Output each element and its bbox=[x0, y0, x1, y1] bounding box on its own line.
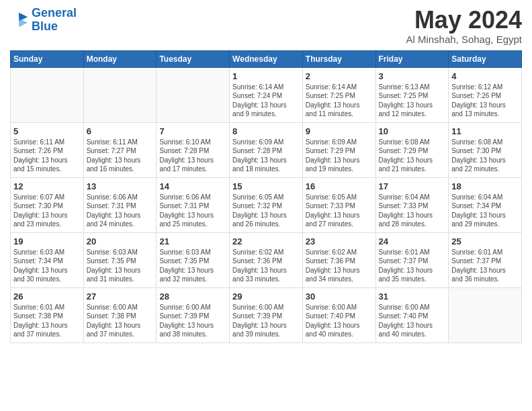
day-number-1-2: 7 bbox=[159, 126, 226, 136]
cell-2-5: 17Sunrise: 6:04 AMSunset: 7:33 PMDayligh… bbox=[375, 177, 449, 232]
cell-4-0: 26Sunrise: 6:01 AMSunset: 7:38 PMDayligh… bbox=[11, 287, 84, 342]
day-number-3-2: 21 bbox=[159, 236, 226, 246]
day-info-2-4: Sunrise: 6:05 AMSunset: 7:33 PMDaylight:… bbox=[306, 193, 373, 229]
cell-4-2: 28Sunrise: 6:00 AMSunset: 7:39 PMDayligh… bbox=[157, 287, 230, 342]
cell-3-1: 20Sunrise: 6:03 AMSunset: 7:35 PMDayligh… bbox=[83, 232, 157, 287]
calendar-header: Sunday Monday Tuesday Wednesday Thursday… bbox=[11, 50, 522, 67]
day-info-4-3: Sunrise: 6:00 AMSunset: 7:39 PMDaylight:… bbox=[232, 303, 300, 339]
day-info-0-4: Sunrise: 6:14 AMSunset: 7:25 PMDaylight:… bbox=[306, 83, 373, 119]
header-friday: Friday bbox=[375, 50, 449, 67]
cell-1-6: 11Sunrise: 6:08 AMSunset: 7:30 PMDayligh… bbox=[449, 122, 522, 177]
day-info-0-5: Sunrise: 6:13 AMSunset: 7:25 PMDaylight:… bbox=[379, 83, 446, 119]
day-info-2-5: Sunrise: 6:04 AMSunset: 7:33 PMDaylight:… bbox=[379, 193, 446, 229]
day-number-3-3: 22 bbox=[232, 236, 300, 246]
day-info-4-0: Sunrise: 6:01 AMSunset: 7:38 PMDaylight:… bbox=[13, 303, 81, 339]
week-row-1: 5Sunrise: 6:11 AMSunset: 7:26 PMDaylight… bbox=[11, 122, 522, 177]
cell-1-2: 7Sunrise: 6:10 AMSunset: 7:28 PMDaylight… bbox=[157, 122, 230, 177]
day-number-2-1: 13 bbox=[87, 181, 154, 191]
logo: General Blue bbox=[10, 7, 77, 34]
day-info-3-3: Sunrise: 6:02 AMSunset: 7:36 PMDaylight:… bbox=[232, 248, 300, 284]
day-info-2-2: Sunrise: 6:06 AMSunset: 7:31 PMDaylight:… bbox=[159, 193, 226, 229]
cell-0-1 bbox=[83, 67, 157, 122]
cell-1-4: 9Sunrise: 6:09 AMSunset: 7:29 PMDaylight… bbox=[302, 122, 375, 177]
day-info-2-6: Sunrise: 6:04 AMSunset: 7:34 PMDaylight:… bbox=[451, 193, 519, 229]
cell-3-3: 22Sunrise: 6:02 AMSunset: 7:36 PMDayligh… bbox=[230, 232, 303, 287]
cell-4-6 bbox=[449, 287, 522, 342]
day-info-3-1: Sunrise: 6:03 AMSunset: 7:35 PMDaylight:… bbox=[87, 248, 154, 284]
cell-0-6: 4Sunrise: 6:12 AMSunset: 7:26 PMDaylight… bbox=[449, 67, 522, 122]
header-monday: Monday bbox=[83, 50, 157, 67]
week-row-0: 1Sunrise: 6:14 AMSunset: 7:24 PMDaylight… bbox=[11, 67, 522, 122]
cell-3-0: 19Sunrise: 6:03 AMSunset: 7:34 PMDayligh… bbox=[11, 232, 84, 287]
day-number-1-0: 5 bbox=[13, 126, 81, 136]
day-number-2-3: 15 bbox=[232, 181, 300, 191]
day-number-2-0: 12 bbox=[13, 181, 81, 191]
day-info-2-0: Sunrise: 6:07 AMSunset: 7:30 PMDaylight:… bbox=[13, 193, 81, 229]
day-info-2-1: Sunrise: 6:06 AMSunset: 7:31 PMDaylight:… bbox=[87, 193, 154, 229]
day-info-2-3: Sunrise: 6:05 AMSunset: 7:32 PMDaylight:… bbox=[232, 193, 300, 229]
day-number-2-4: 16 bbox=[306, 181, 373, 191]
cell-1-1: 6Sunrise: 6:11 AMSunset: 7:27 PMDaylight… bbox=[83, 122, 157, 177]
day-info-3-6: Sunrise: 6:01 AMSunset: 7:37 PMDaylight:… bbox=[451, 248, 519, 284]
day-number-4-0: 26 bbox=[13, 291, 81, 302]
week-row-3: 19Sunrise: 6:03 AMSunset: 7:34 PMDayligh… bbox=[11, 232, 522, 287]
cell-2-4: 16Sunrise: 6:05 AMSunset: 7:33 PMDayligh… bbox=[302, 177, 375, 232]
day-number-1-4: 9 bbox=[306, 126, 373, 136]
page: General Blue May 2024 Al Minshah, Sohag,… bbox=[0, 0, 532, 350]
cell-1-0: 5Sunrise: 6:11 AMSunset: 7:26 PMDaylight… bbox=[11, 122, 84, 177]
day-number-3-1: 20 bbox=[87, 236, 154, 246]
day-number-0-6: 4 bbox=[451, 71, 519, 81]
day-number-4-3: 29 bbox=[232, 291, 300, 302]
day-info-4-1: Sunrise: 6:00 AMSunset: 7:38 PMDaylight:… bbox=[87, 303, 154, 339]
day-info-3-0: Sunrise: 6:03 AMSunset: 7:34 PMDaylight:… bbox=[13, 248, 81, 284]
cell-4-5: 31Sunrise: 6:00 AMSunset: 7:40 PMDayligh… bbox=[375, 287, 449, 342]
cell-0-5: 3Sunrise: 6:13 AMSunset: 7:25 PMDaylight… bbox=[375, 67, 449, 122]
day-info-1-3: Sunrise: 6:09 AMSunset: 7:28 PMDaylight:… bbox=[232, 138, 300, 174]
cell-2-3: 15Sunrise: 6:05 AMSunset: 7:32 PMDayligh… bbox=[230, 177, 303, 232]
day-info-3-5: Sunrise: 6:01 AMSunset: 7:37 PMDaylight:… bbox=[379, 248, 446, 284]
calendar-table: Sunday Monday Tuesday Wednesday Thursday… bbox=[10, 50, 522, 343]
calendar-body: 1Sunrise: 6:14 AMSunset: 7:24 PMDaylight… bbox=[11, 67, 522, 342]
cell-1-5: 10Sunrise: 6:08 AMSunset: 7:29 PMDayligh… bbox=[375, 122, 449, 177]
header-sunday: Sunday bbox=[11, 50, 84, 67]
cell-1-3: 8Sunrise: 6:09 AMSunset: 7:28 PMDaylight… bbox=[230, 122, 303, 177]
day-number-1-5: 10 bbox=[379, 126, 446, 136]
logo-icon bbox=[10, 11, 29, 30]
cell-3-2: 21Sunrise: 6:03 AMSunset: 7:35 PMDayligh… bbox=[157, 232, 230, 287]
day-number-1-3: 8 bbox=[232, 126, 300, 136]
cell-4-1: 27Sunrise: 6:00 AMSunset: 7:38 PMDayligh… bbox=[83, 287, 157, 342]
day-number-3-4: 23 bbox=[306, 236, 373, 246]
day-number-2-2: 14 bbox=[159, 181, 226, 191]
day-info-1-0: Sunrise: 6:11 AMSunset: 7:26 PMDaylight:… bbox=[13, 138, 81, 174]
day-number-3-5: 24 bbox=[379, 236, 446, 246]
header-row: Sunday Monday Tuesday Wednesday Thursday… bbox=[11, 50, 522, 67]
day-number-4-5: 31 bbox=[379, 291, 446, 302]
day-info-4-4: Sunrise: 6:00 AMSunset: 7:40 PMDaylight:… bbox=[306, 303, 373, 339]
cell-2-6: 18Sunrise: 6:04 AMSunset: 7:34 PMDayligh… bbox=[449, 177, 522, 232]
day-number-4-2: 28 bbox=[159, 291, 226, 302]
cell-2-1: 13Sunrise: 6:06 AMSunset: 7:31 PMDayligh… bbox=[83, 177, 157, 232]
cell-4-3: 29Sunrise: 6:00 AMSunset: 7:39 PMDayligh… bbox=[230, 287, 303, 342]
day-info-1-1: Sunrise: 6:11 AMSunset: 7:27 PMDaylight:… bbox=[87, 138, 154, 174]
day-info-4-2: Sunrise: 6:00 AMSunset: 7:39 PMDaylight:… bbox=[159, 303, 226, 339]
header-thursday: Thursday bbox=[302, 50, 375, 67]
cell-2-2: 14Sunrise: 6:06 AMSunset: 7:31 PMDayligh… bbox=[157, 177, 230, 232]
title-block: May 2024 Al Minshah, Sohag, Egypt bbox=[406, 7, 522, 45]
day-info-3-2: Sunrise: 6:03 AMSunset: 7:35 PMDaylight:… bbox=[159, 248, 226, 284]
day-number-1-1: 6 bbox=[87, 126, 154, 136]
day-info-0-6: Sunrise: 6:12 AMSunset: 7:26 PMDaylight:… bbox=[451, 83, 519, 119]
day-info-4-5: Sunrise: 6:00 AMSunset: 7:40 PMDaylight:… bbox=[379, 303, 446, 339]
day-number-2-6: 18 bbox=[451, 181, 519, 191]
day-number-2-5: 17 bbox=[379, 181, 446, 191]
header-wednesday: Wednesday bbox=[230, 50, 303, 67]
day-info-1-2: Sunrise: 6:10 AMSunset: 7:28 PMDaylight:… bbox=[159, 138, 226, 174]
day-info-1-5: Sunrise: 6:08 AMSunset: 7:29 PMDaylight:… bbox=[379, 138, 446, 174]
cell-0-3: 1Sunrise: 6:14 AMSunset: 7:24 PMDaylight… bbox=[230, 67, 303, 122]
day-number-3-0: 19 bbox=[13, 236, 81, 246]
day-info-0-3: Sunrise: 6:14 AMSunset: 7:24 PMDaylight:… bbox=[232, 83, 300, 119]
cell-3-5: 24Sunrise: 6:01 AMSunset: 7:37 PMDayligh… bbox=[375, 232, 449, 287]
svg-marker-1 bbox=[19, 18, 28, 27]
week-row-2: 12Sunrise: 6:07 AMSunset: 7:30 PMDayligh… bbox=[11, 177, 522, 232]
cell-2-0: 12Sunrise: 6:07 AMSunset: 7:30 PMDayligh… bbox=[11, 177, 84, 232]
day-number-1-6: 11 bbox=[451, 126, 519, 136]
